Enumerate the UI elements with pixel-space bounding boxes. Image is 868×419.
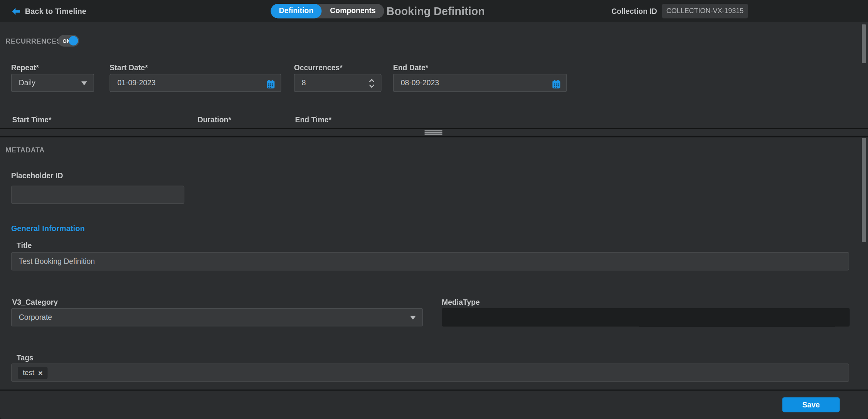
collection-id-group: Collection ID COLLECTION-VX-19315 [611, 0, 868, 22]
booking-definition-app: Back to Timeline Definition Components B… [0, 0, 868, 419]
repeat-label: Repeat* [11, 64, 39, 72]
tab-definition[interactable]: Definition [271, 4, 321, 18]
placeholder-id-label: Placeholder ID [11, 172, 63, 180]
tag-remove-icon[interactable]: × [38, 367, 43, 379]
chevron-down-icon [81, 81, 87, 85]
recurrences-panel: RECURRENCES ON Repeat* Daily Start Date*… [0, 22, 868, 128]
v3-category-label: V3_Category [12, 298, 58, 307]
view-tab-group: Definition Components [271, 4, 384, 18]
panel-splitter[interactable] [0, 128, 868, 137]
start-date-input[interactable]: 01-09-2023 [109, 74, 281, 92]
number-stepper[interactable] [368, 78, 375, 95]
title-input[interactable]: Test Booking Definition [11, 252, 849, 270]
end-time-label: End Time* [295, 116, 331, 124]
save-button[interactable]: Save [782, 397, 839, 412]
recurrences-scrollbar-thumb[interactable] [862, 24, 866, 63]
occurrences-input[interactable]: 8 [294, 74, 382, 92]
page-title: Booking Definition [386, 0, 484, 22]
back-to-timeline-button[interactable]: Back to Timeline [12, 0, 86, 22]
metadata-scrollbar-thumb[interactable] [862, 138, 866, 242]
calendar-icon[interactable] [551, 78, 561, 96]
occurrences-label: Occurrences* [294, 64, 343, 72]
metadata-panel: METADATA Placeholder ID General Informat… [0, 137, 868, 389]
v3-category-select[interactable]: Corporate [11, 308, 423, 326]
splitter-grip-icon [425, 130, 442, 135]
media-type-label: MediaType [442, 298, 480, 307]
back-arrow-icon [12, 7, 20, 15]
collection-id-value: COLLECTION-VX-19315 [662, 4, 748, 18]
tags-input[interactable]: test × [11, 363, 849, 382]
recurrences-section-label: RECURRENCES [5, 38, 61, 46]
title-label: Title [17, 242, 32, 250]
toggle-knob [69, 36, 78, 45]
recurrences-toggle[interactable]: ON [58, 35, 79, 46]
calendar-icon[interactable] [266, 78, 276, 96]
tags-label: Tags [17, 353, 34, 362]
end-date-input[interactable]: 08-09-2023 [393, 74, 567, 92]
tab-components[interactable]: Components [322, 4, 384, 18]
collection-id-label: Collection ID [611, 7, 657, 15]
top-bar: Back to Timeline Definition Components B… [0, 0, 868, 22]
placeholder-id-input[interactable] [11, 186, 185, 204]
tag-chip[interactable]: test × [18, 367, 48, 379]
metadata-section-label: METADATA [5, 146, 44, 154]
general-information-heading: General Information [11, 224, 85, 233]
tag-chip-label: test [23, 367, 34, 379]
back-to-timeline-label: Back to Timeline [25, 7, 86, 15]
media-type-input[interactable] [442, 308, 849, 326]
repeat-select[interactable]: Daily [11, 74, 94, 92]
footer-bar: Save [0, 390, 868, 419]
end-date-label: End Date* [393, 64, 429, 72]
start-time-label: Start Time* [12, 116, 52, 124]
chevron-down-icon [410, 316, 415, 320]
start-date-label: Start Date* [109, 64, 148, 72]
duration-label: Duration* [198, 116, 231, 124]
